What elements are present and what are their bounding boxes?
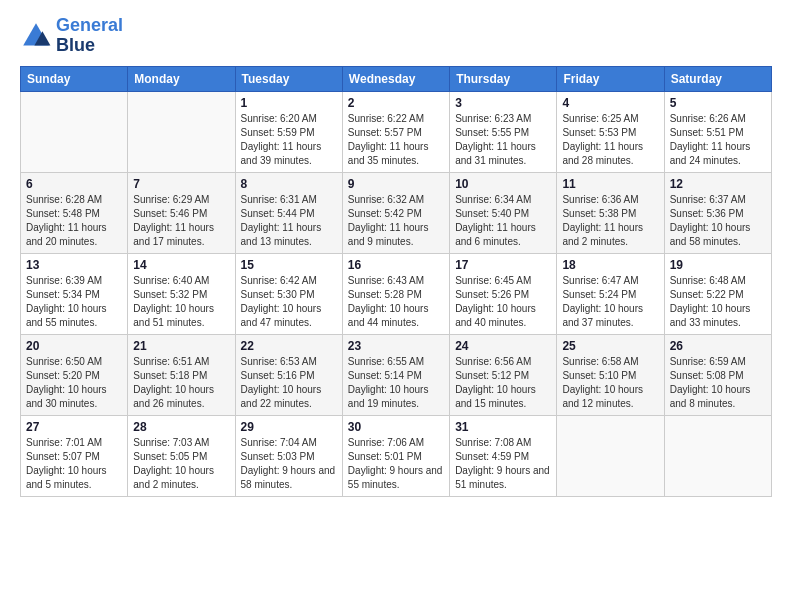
day-detail: Sunrise: 6:47 AM Sunset: 5:24 PM Dayligh… <box>562 274 658 330</box>
day-detail: Sunrise: 7:03 AM Sunset: 5:05 PM Dayligh… <box>133 436 229 492</box>
calendar-header-cell: Saturday <box>664 66 771 91</box>
day-detail: Sunrise: 6:34 AM Sunset: 5:40 PM Dayligh… <box>455 193 551 249</box>
calendar-day-cell: 28Sunrise: 7:03 AM Sunset: 5:05 PM Dayli… <box>128 415 235 496</box>
day-number: 31 <box>455 420 551 434</box>
day-detail: Sunrise: 6:22 AM Sunset: 5:57 PM Dayligh… <box>348 112 444 168</box>
day-number: 11 <box>562 177 658 191</box>
day-number: 1 <box>241 96 337 110</box>
day-number: 24 <box>455 339 551 353</box>
calendar-body: 1Sunrise: 6:20 AM Sunset: 5:59 PM Daylig… <box>21 91 772 496</box>
calendar-day-cell <box>128 91 235 172</box>
day-number: 14 <box>133 258 229 272</box>
day-number: 23 <box>348 339 444 353</box>
day-detail: Sunrise: 6:55 AM Sunset: 5:14 PM Dayligh… <box>348 355 444 411</box>
calendar-header-cell: Sunday <box>21 66 128 91</box>
calendar-week-row: 6Sunrise: 6:28 AM Sunset: 5:48 PM Daylig… <box>21 172 772 253</box>
calendar-week-row: 1Sunrise: 6:20 AM Sunset: 5:59 PM Daylig… <box>21 91 772 172</box>
calendar-day-cell: 18Sunrise: 6:47 AM Sunset: 5:24 PM Dayli… <box>557 253 664 334</box>
calendar-day-cell: 4Sunrise: 6:25 AM Sunset: 5:53 PM Daylig… <box>557 91 664 172</box>
logo: General Blue <box>20 16 123 56</box>
page: General Blue SundayMondayTuesdayWednesda… <box>0 0 792 507</box>
day-detail: Sunrise: 6:56 AM Sunset: 5:12 PM Dayligh… <box>455 355 551 411</box>
day-number: 27 <box>26 420 122 434</box>
calendar-day-cell: 20Sunrise: 6:50 AM Sunset: 5:20 PM Dayli… <box>21 334 128 415</box>
calendar-header-cell: Wednesday <box>342 66 449 91</box>
calendar-day-cell: 13Sunrise: 6:39 AM Sunset: 5:34 PM Dayli… <box>21 253 128 334</box>
day-number: 22 <box>241 339 337 353</box>
day-detail: Sunrise: 6:39 AM Sunset: 5:34 PM Dayligh… <box>26 274 122 330</box>
day-detail: Sunrise: 6:43 AM Sunset: 5:28 PM Dayligh… <box>348 274 444 330</box>
calendar-day-cell <box>21 91 128 172</box>
calendar-day-cell: 17Sunrise: 6:45 AM Sunset: 5:26 PM Dayli… <box>450 253 557 334</box>
calendar-day-cell: 21Sunrise: 6:51 AM Sunset: 5:18 PM Dayli… <box>128 334 235 415</box>
calendar-day-cell: 16Sunrise: 6:43 AM Sunset: 5:28 PM Dayli… <box>342 253 449 334</box>
day-detail: Sunrise: 6:29 AM Sunset: 5:46 PM Dayligh… <box>133 193 229 249</box>
day-number: 2 <box>348 96 444 110</box>
day-detail: Sunrise: 7:08 AM Sunset: 4:59 PM Dayligh… <box>455 436 551 492</box>
day-detail: Sunrise: 6:59 AM Sunset: 5:08 PM Dayligh… <box>670 355 766 411</box>
day-number: 4 <box>562 96 658 110</box>
day-detail: Sunrise: 6:40 AM Sunset: 5:32 PM Dayligh… <box>133 274 229 330</box>
calendar-day-cell: 11Sunrise: 6:36 AM Sunset: 5:38 PM Dayli… <box>557 172 664 253</box>
day-number: 15 <box>241 258 337 272</box>
day-number: 13 <box>26 258 122 272</box>
calendar-day-cell: 8Sunrise: 6:31 AM Sunset: 5:44 PM Daylig… <box>235 172 342 253</box>
calendar-day-cell: 25Sunrise: 6:58 AM Sunset: 5:10 PM Dayli… <box>557 334 664 415</box>
day-number: 20 <box>26 339 122 353</box>
calendar-week-row: 20Sunrise: 6:50 AM Sunset: 5:20 PM Dayli… <box>21 334 772 415</box>
day-detail: Sunrise: 6:20 AM Sunset: 5:59 PM Dayligh… <box>241 112 337 168</box>
calendar-day-cell: 9Sunrise: 6:32 AM Sunset: 5:42 PM Daylig… <box>342 172 449 253</box>
header: General Blue <box>20 16 772 56</box>
day-number: 21 <box>133 339 229 353</box>
calendar-day-cell: 30Sunrise: 7:06 AM Sunset: 5:01 PM Dayli… <box>342 415 449 496</box>
calendar-day-cell <box>557 415 664 496</box>
calendar-week-row: 27Sunrise: 7:01 AM Sunset: 5:07 PM Dayli… <box>21 415 772 496</box>
day-number: 5 <box>670 96 766 110</box>
calendar-day-cell: 3Sunrise: 6:23 AM Sunset: 5:55 PM Daylig… <box>450 91 557 172</box>
calendar-header-cell: Tuesday <box>235 66 342 91</box>
calendar-day-cell: 5Sunrise: 6:26 AM Sunset: 5:51 PM Daylig… <box>664 91 771 172</box>
calendar-day-cell: 2Sunrise: 6:22 AM Sunset: 5:57 PM Daylig… <box>342 91 449 172</box>
day-detail: Sunrise: 6:28 AM Sunset: 5:48 PM Dayligh… <box>26 193 122 249</box>
calendar-day-cell: 19Sunrise: 6:48 AM Sunset: 5:22 PM Dayli… <box>664 253 771 334</box>
day-number: 8 <box>241 177 337 191</box>
day-detail: Sunrise: 6:42 AM Sunset: 5:30 PM Dayligh… <box>241 274 337 330</box>
calendar-day-cell: 1Sunrise: 6:20 AM Sunset: 5:59 PM Daylig… <box>235 91 342 172</box>
calendar-day-cell: 12Sunrise: 6:37 AM Sunset: 5:36 PM Dayli… <box>664 172 771 253</box>
day-number: 28 <box>133 420 229 434</box>
calendar-header-cell: Friday <box>557 66 664 91</box>
day-number: 19 <box>670 258 766 272</box>
calendar-day-cell: 26Sunrise: 6:59 AM Sunset: 5:08 PM Dayli… <box>664 334 771 415</box>
calendar-day-cell: 23Sunrise: 6:55 AM Sunset: 5:14 PM Dayli… <box>342 334 449 415</box>
day-number: 29 <box>241 420 337 434</box>
calendar-day-cell: 10Sunrise: 6:34 AM Sunset: 5:40 PM Dayli… <box>450 172 557 253</box>
day-number: 25 <box>562 339 658 353</box>
day-detail: Sunrise: 7:01 AM Sunset: 5:07 PM Dayligh… <box>26 436 122 492</box>
calendar-day-cell: 27Sunrise: 7:01 AM Sunset: 5:07 PM Dayli… <box>21 415 128 496</box>
day-number: 10 <box>455 177 551 191</box>
calendar-day-cell: 15Sunrise: 6:42 AM Sunset: 5:30 PM Dayli… <box>235 253 342 334</box>
day-number: 18 <box>562 258 658 272</box>
day-detail: Sunrise: 6:37 AM Sunset: 5:36 PM Dayligh… <box>670 193 766 249</box>
calendar-header-row: SundayMondayTuesdayWednesdayThursdayFrid… <box>21 66 772 91</box>
calendar-day-cell: 6Sunrise: 6:28 AM Sunset: 5:48 PM Daylig… <box>21 172 128 253</box>
day-detail: Sunrise: 6:53 AM Sunset: 5:16 PM Dayligh… <box>241 355 337 411</box>
day-detail: Sunrise: 6:58 AM Sunset: 5:10 PM Dayligh… <box>562 355 658 411</box>
calendar-header-cell: Thursday <box>450 66 557 91</box>
calendar-day-cell <box>664 415 771 496</box>
logo-icon <box>20 20 52 52</box>
calendar-day-cell: 31Sunrise: 7:08 AM Sunset: 4:59 PM Dayli… <box>450 415 557 496</box>
calendar-day-cell: 24Sunrise: 6:56 AM Sunset: 5:12 PM Dayli… <box>450 334 557 415</box>
day-detail: Sunrise: 6:23 AM Sunset: 5:55 PM Dayligh… <box>455 112 551 168</box>
calendar-table: SundayMondayTuesdayWednesdayThursdayFrid… <box>20 66 772 497</box>
calendar-day-cell: 14Sunrise: 6:40 AM Sunset: 5:32 PM Dayli… <box>128 253 235 334</box>
day-detail: Sunrise: 6:51 AM Sunset: 5:18 PM Dayligh… <box>133 355 229 411</box>
day-number: 26 <box>670 339 766 353</box>
day-detail: Sunrise: 6:26 AM Sunset: 5:51 PM Dayligh… <box>670 112 766 168</box>
day-detail: Sunrise: 6:45 AM Sunset: 5:26 PM Dayligh… <box>455 274 551 330</box>
calendar-day-cell: 22Sunrise: 6:53 AM Sunset: 5:16 PM Dayli… <box>235 334 342 415</box>
day-detail: Sunrise: 6:31 AM Sunset: 5:44 PM Dayligh… <box>241 193 337 249</box>
day-detail: Sunrise: 6:48 AM Sunset: 5:22 PM Dayligh… <box>670 274 766 330</box>
calendar-day-cell: 7Sunrise: 6:29 AM Sunset: 5:46 PM Daylig… <box>128 172 235 253</box>
calendar-header-cell: Monday <box>128 66 235 91</box>
